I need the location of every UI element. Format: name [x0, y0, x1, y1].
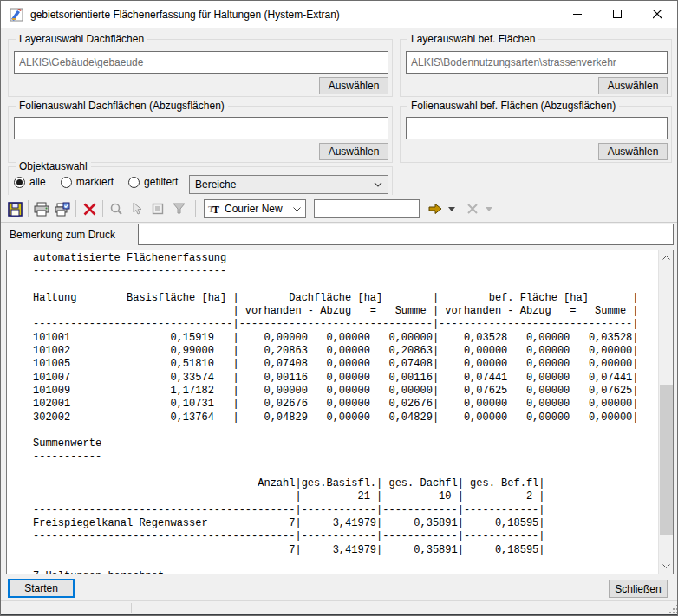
scroll-down-icon[interactable] [659, 559, 674, 574]
zoom-icon [109, 202, 123, 216]
toolbar-separator [28, 200, 29, 217]
chevron-down-icon [293, 207, 301, 211]
app-icon [9, 7, 24, 23]
delete-icon [83, 203, 96, 216]
group-layerauswahl-bef-flaechen: Layerauswahl bef. Flächen Auswählen [400, 39, 672, 97]
forward-caret-icon[interactable] [448, 207, 455, 211]
font-name: Courier New [225, 203, 283, 215]
minimize-button[interactable] [557, 1, 597, 27]
group-label: Layerauswahl Dachflächen [16, 33, 147, 45]
scrollbar-thumb[interactable] [660, 385, 673, 535]
truetype-font-icon: T T [207, 203, 221, 215]
radio-markiert[interactable] [61, 177, 72, 188]
auswaehlen-bef-button[interactable]: Auswählen [598, 77, 668, 94]
radio-gefiltert[interactable] [128, 177, 140, 188]
chevron-down-icon [374, 182, 382, 187]
folien-bef-flaechen-input[interactable] [406, 117, 668, 139]
stop-icon [152, 203, 164, 215]
toolbar-separator [102, 200, 103, 217]
group-label: Folienauswahl Dachflächen (Abzugsflächen… [16, 100, 228, 112]
toolbar-separator [192, 200, 192, 217]
starten-button[interactable]: Starten [8, 579, 75, 598]
svg-text:T: T [212, 204, 219, 215]
zoom-button[interactable] [106, 198, 127, 219]
group-label: Objektauswahl [16, 160, 91, 172]
close-button[interactable] [637, 1, 677, 27]
delete-button[interactable] [79, 198, 100, 219]
toolbar-separator [195, 200, 196, 217]
radio-alle[interactable] [14, 177, 25, 188]
layer-dachflaechen-input[interactable] [14, 51, 388, 74]
save-icon [8, 202, 23, 217]
radio-markiert-label[interactable]: markiert [76, 176, 114, 188]
toolbar-search-input[interactable] [314, 199, 420, 218]
save-button[interactable] [4, 198, 25, 219]
group-layerauswahl-dachflaechen: Layerauswahl Dachflächen Auswählen [8, 39, 393, 97]
status-bar [1, 600, 678, 614]
forward-arrow-icon [428, 203, 442, 215]
auswaehlen-folien-bef-button[interactable]: Auswählen [598, 143, 668, 160]
bemerkung-label: Bemerkung zum Druck [10, 229, 115, 241]
group-label: Folienauswahl bef. Flächen (Abzugsfläche… [407, 100, 619, 112]
print-setup-icon [55, 202, 70, 217]
font-combobox[interactable]: T T Courier New [204, 199, 306, 218]
group-label: Layerauswahl bef. Flächen [407, 33, 538, 45]
group-folienauswahl-dachflaechen: Folienauswahl Dachflächen (Abzugsflächen… [8, 106, 393, 163]
filter-button[interactable] [168, 198, 189, 219]
bereiche-combobox[interactable]: Bereiche [189, 175, 388, 194]
print-setup-button[interactable] [52, 198, 73, 219]
title-bar[interactable]: gebietsorientierte Flächenerfassung für … [1, 1, 677, 28]
filter-icon [173, 203, 186, 215]
close-icon [653, 10, 662, 19]
radio-gefiltert-label[interactable]: gefiltert [144, 176, 178, 188]
toolbar-separator [75, 200, 76, 217]
toolbar: T T Courier New [4, 197, 492, 221]
group-folienauswahl-bef-flaechen: Folienauswahl bef. Flächen (Abzugsfläche… [400, 106, 672, 163]
schliessen-button[interactable]: Schließen [609, 580, 668, 598]
window-title: gebietsorientierte Flächenerfassung für … [30, 9, 340, 21]
separator-line [1, 222, 678, 223]
bereiche-value: Bereiche [195, 178, 236, 191]
pointer-button[interactable] [127, 198, 147, 219]
scroll-up-icon[interactable] [659, 250, 674, 265]
auswaehlen-folien-dach-button[interactable]: Auswählen [319, 143, 388, 160]
pointer-icon [131, 202, 143, 216]
maximize-button[interactable] [597, 1, 637, 27]
stop-button[interactable] [147, 198, 168, 219]
auswaehlen-dach-button[interactable]: Auswählen [319, 77, 388, 94]
resize-grip-icon[interactable] [668, 604, 677, 613]
layer-bef-flaechen-input[interactable] [406, 51, 668, 74]
dialog-window: gebietsorientierte Flächenerfassung für … [0, 0, 678, 616]
clear-x-icon [466, 203, 479, 215]
maximize-icon [613, 10, 623, 19]
clear-button[interactable] [462, 198, 483, 219]
vertical-scrollbar[interactable] [658, 250, 673, 574]
bemerkung-input[interactable] [138, 224, 674, 245]
statusbar-divider [131, 603, 132, 613]
clear-caret-icon[interactable] [486, 207, 492, 211]
report-panel[interactable]: automatisierte Flächenerfassung --------… [6, 250, 674, 574]
report-output: automatisierte Flächenerfassung --------… [7, 252, 639, 574]
print-button[interactable] [31, 198, 52, 219]
radio-alle-label[interactable]: alle [29, 176, 46, 188]
folien-dachflaechen-input[interactable] [14, 117, 388, 139]
group-objektauswahl: Objektauswahl alle markiert gefiltert Be… [8, 166, 393, 195]
print-icon [34, 202, 49, 217]
forward-button[interactable] [425, 198, 446, 219]
minimize-icon [573, 10, 583, 19]
